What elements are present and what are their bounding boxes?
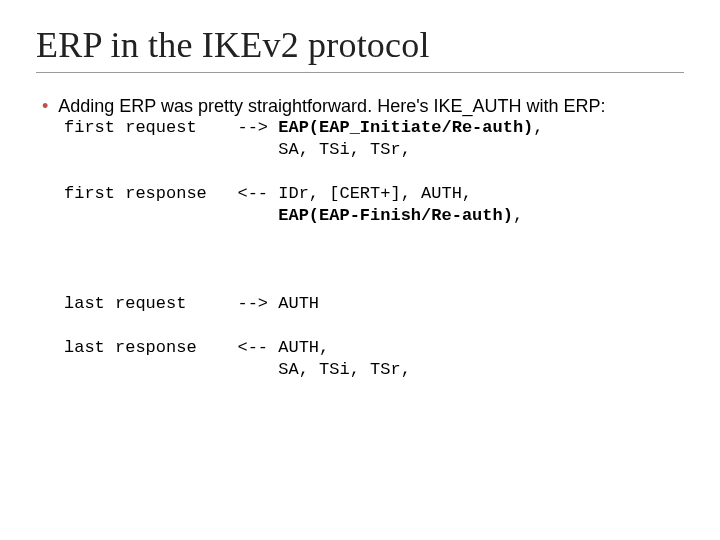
code-line: last response <-- AUTH, <box>64 338 329 357</box>
bullet-text: Adding ERP was pretty straightforward. H… <box>58 95 605 117</box>
code-bold: EAP(EAP_Initiate/Re-auth) <box>278 118 533 137</box>
code-line <box>64 206 278 225</box>
slide: ERP in the IKEv2 protocol • Adding ERP w… <box>0 0 720 540</box>
bullet-item: • Adding ERP was pretty straightforward.… <box>42 95 684 117</box>
code-line: last request --> AUTH <box>64 294 319 313</box>
bullet-dot-icon: • <box>42 95 48 117</box>
slide-title: ERP in the IKEv2 protocol <box>36 24 684 73</box>
code-bold: EAP(EAP-Finish/Re-auth) <box>278 206 513 225</box>
code-line: first response <-- IDr, [CERT+], AUTH, <box>64 184 472 203</box>
code-line: , <box>513 206 523 225</box>
code-line: first request --> <box>64 118 278 137</box>
code-line: SA, TSi, TSr, <box>64 140 411 159</box>
code-line: SA, TSi, TSr, <box>64 360 411 379</box>
code-line: , <box>533 118 543 137</box>
code-block: first request --> EAP(EAP_Initiate/Re-au… <box>64 117 684 381</box>
